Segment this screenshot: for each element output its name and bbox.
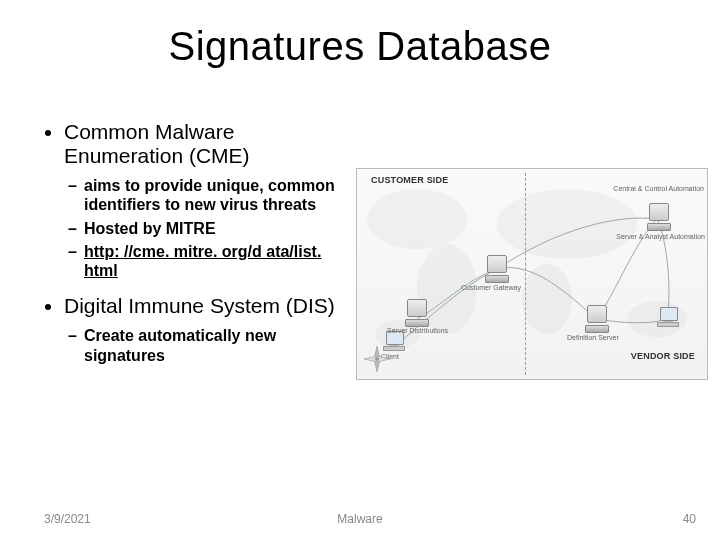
connections [357, 169, 707, 379]
sub-create: Create automatically new signatures [84, 326, 354, 364]
svg-point-8 [375, 357, 379, 361]
bullet-dis-text: Digital Immune System (DIS) [64, 294, 335, 317]
compass-icon [363, 345, 391, 373]
bullet-list: Common Malware Enumeration (CME) aims to… [44, 120, 354, 365]
sub-link: http: //cme. mitre. org/d ata/list. html [84, 242, 354, 280]
sub-aims: aims to provide unique, common identifie… [84, 176, 354, 214]
slide: Signatures Database Common Malware Enume… [0, 0, 720, 540]
sub-list-cme: aims to provide unique, common identifie… [64, 176, 354, 280]
node-customer-gateway [485, 255, 507, 283]
footer-title: Malware [0, 512, 720, 526]
caption-analyst: Server & Analyst Automation [615, 233, 705, 240]
node-definition-server [585, 305, 607, 333]
node-analyst [657, 307, 679, 327]
bullet-cme-text: Common Malware Enumeration (CME) [64, 120, 250, 167]
footer-page-number: 40 [683, 512, 696, 526]
content-column: Common Malware Enumeration (CME) aims to… [44, 120, 354, 379]
node-central [647, 203, 669, 231]
bullet-cme: Common Malware Enumeration (CME) aims to… [64, 120, 354, 280]
architecture-diagram: CUSTOMER SIDE VENDOR SIDE Client Server … [356, 168, 708, 380]
sub-hosted: Hosted by MITRE [84, 219, 354, 238]
caption-server-dist: Server Distributions [387, 327, 448, 334]
slide-title: Signatures Database [0, 24, 720, 69]
node-server-dist [405, 299, 427, 327]
sub-list-dis: Create automatically new signatures [64, 326, 354, 364]
bullet-dis: Digital Immune System (DIS) Create autom… [64, 294, 354, 365]
caption-customer-gateway: Customer Gateway [461, 284, 521, 291]
cme-url-link[interactable]: http: //cme. mitre. org/d ata/list. html [84, 243, 321, 279]
caption-definition-server: Definition Server [567, 334, 619, 341]
caption-central: Central & Control Automation [609, 185, 704, 192]
